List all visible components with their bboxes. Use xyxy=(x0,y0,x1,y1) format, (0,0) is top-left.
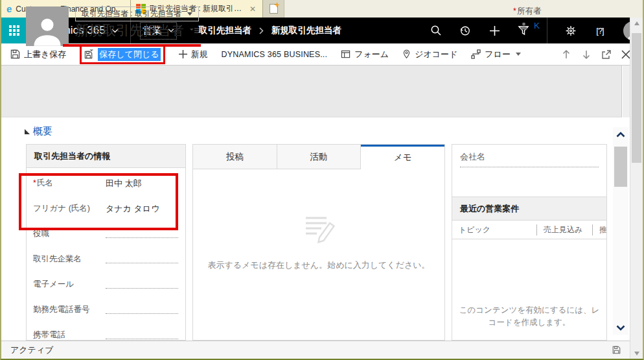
tab-posts[interactable]: 投稿 xyxy=(193,145,277,169)
business-process-button[interactable]: DYNAMICS 365 BUSINES... xyxy=(222,50,328,59)
timeline-card: 投稿 活動 メモ 表示するメモは存在しません。始めに入力してください。 xyxy=(192,144,445,341)
empty-field-line[interactable] xyxy=(106,263,178,263)
close-form-icon[interactable] xyxy=(621,50,630,59)
popout-icon[interactable] xyxy=(601,49,612,60)
field-row-businessphone: 勤務先電話番号 xyxy=(27,297,185,322)
waffle-icon xyxy=(9,25,19,36)
save-and-close-button[interactable]: 保存して閉じる xyxy=(84,48,160,61)
app-launcher-button[interactable] xyxy=(1,18,27,43)
form-body: 概要 取引先担当者の情報 *氏名 田中 太郎 フリガナ (氏名) タナカ タロウ… xyxy=(1,117,630,341)
browser-scroll-down-icon[interactable] xyxy=(630,348,643,359)
save-button[interactable]: 上書き保存 xyxy=(10,49,66,60)
annotation-underline-title xyxy=(63,44,201,47)
breadcrumb-contacts[interactable]: 取引先担当者 xyxy=(199,25,251,36)
form-icon xyxy=(341,49,351,59)
field-label: 電子メール xyxy=(33,279,106,290)
field-row-jobtitle: 役職 xyxy=(27,221,185,246)
notes-empty-message: 表示するメモは存在しません。始めに入力してください。 xyxy=(193,259,444,271)
previous-record-icon[interactable] xyxy=(561,49,571,60)
title-list-icon[interactable] xyxy=(190,27,200,35)
section-header-summary[interactable]: 概要 xyxy=(25,125,52,138)
browser-scroll-up-icon[interactable] xyxy=(630,18,643,29)
company-name-label: 会社名 xyxy=(452,145,606,167)
field-label: 取引先企業名 xyxy=(33,254,106,265)
column-topic[interactable]: トピック xyxy=(452,224,536,235)
breadcrumb: 取引先担当者 新規取引先担当者 xyxy=(199,25,341,36)
command-bar: 上書き保存 保存して閉じる 新規 DYNAMICS 365 BUSINES...… xyxy=(1,43,630,66)
chevron-down-icon xyxy=(187,12,192,16)
person-icon xyxy=(30,15,64,46)
record-title-row: 新規取引先担当者 xyxy=(75,21,200,40)
contact-info-card-title: 取引先担当者の情報 xyxy=(27,145,185,168)
field-label: 携帯電話 xyxy=(33,330,106,341)
chevron-down-icon xyxy=(516,53,521,56)
recent-opportunities-title: 最近の営業案件 xyxy=(452,197,606,221)
owner-link[interactable]: K xyxy=(534,21,540,30)
map-pin-icon xyxy=(402,49,411,59)
company-card: 会社名 最近の営業案件 トピック 売上見込み 推 このコンテンツを有効にするには… xyxy=(452,144,607,341)
person-icon xyxy=(520,21,528,30)
empty-field-line[interactable] xyxy=(106,313,178,314)
column-est-revenue[interactable]: 売上見込み xyxy=(536,224,592,235)
field-row-email: 電子メール xyxy=(27,272,185,297)
owner-field-label: *所有者 xyxy=(513,6,541,17)
tab-notes[interactable]: メモ xyxy=(361,145,444,169)
new-button[interactable]: 新規 xyxy=(179,49,208,60)
scroll-up-icon[interactable] xyxy=(613,127,628,141)
save-icon xyxy=(10,49,20,59)
search-icon[interactable] xyxy=(430,25,442,36)
command-bar-right-icons xyxy=(561,43,630,66)
autosave-icon[interactable] xyxy=(612,346,621,354)
required-asterisk: * xyxy=(513,6,516,16)
record-avatar[interactable] xyxy=(26,6,69,46)
new-tab-button[interactable] xyxy=(263,0,284,18)
annotation-box-save-and-close: 保存して閉じる xyxy=(80,45,165,64)
close-tab-icon[interactable]: ✕ xyxy=(248,5,257,13)
help-icon[interactable]: [?] xyxy=(594,25,606,36)
field-row-mobilephone: 携帯電話 xyxy=(27,322,185,341)
field-value-fullname[interactable]: 田中 太郎 xyxy=(106,178,142,189)
required-asterisk: * xyxy=(33,178,36,187)
empty-field-line[interactable] xyxy=(106,339,178,339)
breadcrumb-new-contact[interactable]: 新規取引先担当者 xyxy=(271,25,341,36)
new-tab-star-icon xyxy=(274,2,280,8)
entity-form-selector[interactable]: 取引先担当者 : 取引先担当者 xyxy=(75,6,199,21)
flow-icon xyxy=(471,49,481,59)
next-record-icon[interactable] xyxy=(581,49,592,60)
record-header xyxy=(1,66,622,117)
column-truncated[interactable]: 推 xyxy=(592,224,606,235)
nav-divider xyxy=(547,18,547,43)
form-switcher-button[interactable]: フォーム xyxy=(341,49,389,60)
empty-field-line[interactable] xyxy=(106,288,178,289)
recent-items-icon[interactable] xyxy=(459,25,471,36)
tab-activities[interactable]: 活動 xyxy=(277,145,362,169)
geocode-label: ジオコード xyxy=(415,49,457,60)
empty-field-line[interactable] xyxy=(106,237,178,238)
section-collapse-icon xyxy=(25,129,30,134)
ie-icon: e xyxy=(6,4,12,14)
form-scrollbar-thumb[interactable] xyxy=(614,147,627,187)
record-title: 新規取引先担当者 xyxy=(75,21,184,40)
geocode-button[interactable]: ジオコード xyxy=(402,49,457,60)
section-title: 概要 xyxy=(33,125,52,138)
settings-gear-icon[interactable] xyxy=(565,25,577,36)
scroll-down-icon[interactable] xyxy=(613,320,628,335)
form-scrollbar xyxy=(613,127,628,335)
record-status: アクティブ xyxy=(10,344,54,356)
record-header-gap xyxy=(623,66,630,117)
company-name-field[interactable] xyxy=(460,167,599,167)
flow-label: フロー xyxy=(485,49,511,60)
field-value-furigana[interactable]: タナカ タロウ xyxy=(106,203,159,215)
business-process-label: DYNAMICS 365 BUSINES... xyxy=(222,50,328,59)
opportunities-empty-message: このコンテンツを有効にするには、レコードを作成します。 xyxy=(457,304,601,330)
save-and-close-label: 保存して閉じる xyxy=(98,48,160,61)
contact-info-card: 取引先担当者の情報 *氏名 田中 太郎 フリガナ (氏名) タナカ タロウ 役職… xyxy=(26,144,186,341)
new-button-label: 新規 xyxy=(191,49,208,60)
field-label: *氏名 xyxy=(33,178,106,189)
plus-icon xyxy=(179,50,187,58)
form-status-bar: アクティブ xyxy=(1,341,630,359)
browser-scrollbar-thumb[interactable] xyxy=(632,33,641,163)
quick-create-plus-icon[interactable] xyxy=(489,25,500,36)
entity-form-selector-label: 取引先担当者 : 取引先担当者 xyxy=(82,8,181,19)
flow-button[interactable]: フロー xyxy=(471,49,521,60)
